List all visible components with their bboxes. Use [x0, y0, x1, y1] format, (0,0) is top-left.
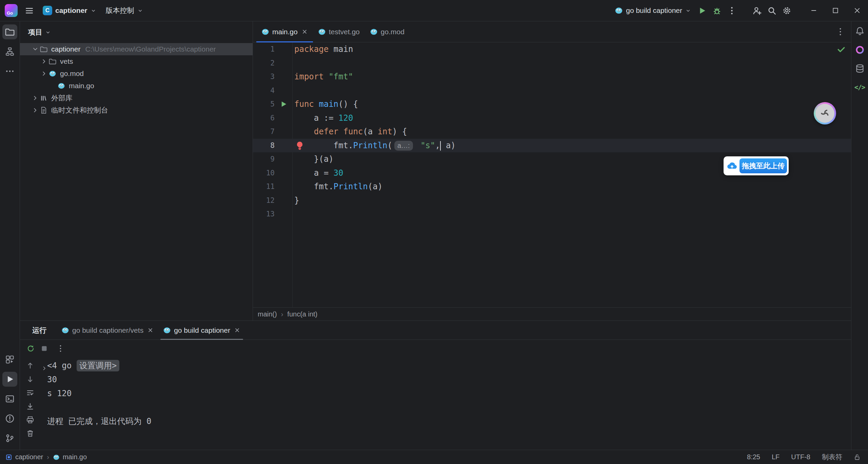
code-line-13[interactable]: 13	[253, 207, 851, 221]
code-line-3[interactable]: 3import "fmt"	[253, 70, 851, 84]
project-widget[interactable]: C captioner	[39, 3, 100, 18]
status-project[interactable]: captioner	[15, 453, 43, 461]
code-line-4[interactable]: 4	[253, 84, 851, 98]
console-folded-chip[interactable]: 设置调用>	[77, 360, 119, 371]
upload-button[interactable]: 拖拽至此上传	[739, 158, 787, 173]
ai-assistant-button[interactable]	[853, 43, 867, 57]
run-tab-go-build-captioner[interactable]: go build captioner	[158, 321, 245, 340]
line-number[interactable]: 13	[253, 207, 275, 221]
run-main-gutter-icon[interactable]	[275, 97, 292, 111]
status-line-separator[interactable]: LF	[772, 453, 780, 461]
tool-window-version-control-button[interactable]	[2, 431, 17, 446]
minimize-button[interactable]	[803, 0, 825, 21]
breadcrumb-item[interactable]: main()	[258, 310, 277, 318]
search-everywhere-button[interactable]	[764, 3, 779, 18]
line-number[interactable]: 10	[253, 166, 275, 180]
chevron-down-icon[interactable]	[31, 43, 39, 55]
close-tab-icon[interactable]	[301, 28, 308, 35]
code-with-me-button[interactable]	[749, 3, 764, 18]
settings-button[interactable]	[779, 3, 794, 18]
status-file[interactable]: main.go	[63, 453, 87, 461]
code-editor[interactable]: 1package main23import "fmt"45func main()…	[253, 42, 851, 307]
tool-window-services-button[interactable]	[2, 352, 17, 367]
line-number[interactable]: 2	[253, 56, 275, 70]
code-line-11[interactable]: 11 fmt.Println(a)	[253, 180, 851, 194]
status-indent[interactable]: 制表符	[822, 452, 842, 462]
more-actions-button[interactable]	[724, 3, 739, 18]
vcs-widget[interactable]: 版本控制	[102, 3, 146, 18]
line-number[interactable]: 7	[253, 125, 275, 139]
editor-tab-main.go[interactable]: main.go	[256, 21, 313, 42]
scroll-to-end-button[interactable]	[24, 400, 36, 412]
clear-console-button[interactable]	[24, 427, 36, 440]
code-line-2[interactable]: 2	[253, 56, 851, 70]
soft-wrap-button[interactable]	[24, 387, 36, 399]
tool-window-project-button[interactable]	[2, 24, 17, 39]
tree-item-item[interactable]: 外部库	[20, 92, 253, 104]
run-tab-go-build-captioner-vets[interactable]: go build captioner/vets	[57, 321, 158, 340]
tree-item-go.mod[interactable]: go.mod	[20, 67, 253, 80]
close-button[interactable]	[846, 0, 868, 21]
fold-expand-icon[interactable]	[42, 362, 47, 367]
code-line-7[interactable]: 7 defer func(a int) {	[253, 125, 851, 139]
code-line-6[interactable]: 6 a := 120	[253, 111, 851, 125]
inspections-ok-icon[interactable]	[836, 44, 846, 54]
tree-item-item[interactable]: 临时文件和控制台	[20, 104, 253, 116]
tool-window-run-button[interactable]	[2, 372, 17, 387]
line-number[interactable]: 12	[253, 194, 275, 208]
status-encoding[interactable]: UTF-8	[791, 453, 810, 461]
stop-button[interactable]	[37, 342, 51, 355]
main-menu-button[interactable]	[22, 3, 37, 18]
notifications-button[interactable]	[853, 24, 867, 38]
line-number[interactable]: 8	[253, 139, 275, 153]
line-number[interactable]: 3	[253, 70, 275, 84]
code-line-12[interactable]: 12}	[253, 194, 851, 208]
up-stacktrace-button[interactable]	[24, 360, 36, 372]
line-number[interactable]: 9	[253, 152, 275, 166]
run-button[interactable]	[694, 3, 709, 18]
code-line-8[interactable]: 8 fmt.Println(a…: "s", a)	[253, 139, 851, 153]
tool-window-problems-button[interactable]	[2, 411, 17, 426]
database-button[interactable]	[853, 62, 867, 75]
close-tab-icon[interactable]	[147, 327, 154, 333]
editor-tab-go.mod[interactable]: go.mod	[365, 21, 410, 42]
endpoints-button[interactable]: </>	[853, 80, 867, 94]
readonly-lock-icon[interactable]	[854, 454, 861, 461]
line-number[interactable]: 1	[253, 42, 275, 56]
line-number[interactable]: 6	[253, 111, 275, 125]
intention-bulb-icon[interactable]	[295, 141, 304, 150]
editor-tab-testvet.go[interactable]: testvet.go	[313, 21, 365, 42]
code-line-5[interactable]: 5func main() {	[253, 97, 851, 111]
status-caret-position[interactable]: 8:25	[747, 453, 760, 461]
line-number[interactable]: 4	[253, 84, 275, 98]
tree-item-captioner[interactable]: captionerC:\Users\meow\GolandProjects\ca…	[20, 43, 253, 55]
drag-upload-overlay[interactable]: 拖拽至此上传	[724, 156, 789, 175]
floating-assistant-ball[interactable]	[814, 102, 836, 124]
project-panel-header[interactable]: 项目	[20, 21, 253, 43]
line-number[interactable]: 5	[253, 97, 275, 111]
close-tab-icon[interactable]	[234, 327, 240, 333]
code-line-1[interactable]: 1package main	[253, 42, 851, 56]
chevron-right-icon[interactable]	[40, 55, 48, 67]
terminal-icon	[5, 394, 15, 404]
tree-item-main.go[interactable]: main.go	[20, 80, 253, 92]
search-icon	[767, 6, 776, 15]
down-stacktrace-button[interactable]	[24, 373, 36, 385]
run-config-selector[interactable]: go build captioner	[611, 3, 694, 18]
chevron-right-icon[interactable]	[31, 92, 39, 104]
rerun-button[interactable]	[24, 342, 37, 355]
line-number[interactable]: 11	[253, 180, 275, 194]
maximize-button[interactable]	[825, 0, 846, 21]
run-more-options-button[interactable]	[54, 342, 67, 355]
editor-options-button[interactable]	[833, 24, 848, 39]
tree-item-vets[interactable]: vets	[20, 55, 253, 67]
tool-window-structure-button[interactable]	[2, 44, 17, 59]
console-output[interactable]: <4 go 设置调用>30s 120 进程 已完成，退出代码为 0	[40, 357, 851, 450]
tool-window-terminal-button[interactable]	[2, 391, 17, 406]
breadcrumb-item[interactable]: func(a int)	[287, 310, 317, 318]
print-console-button[interactable]	[24, 414, 36, 426]
debug-button[interactable]	[709, 3, 724, 18]
chevron-right-icon[interactable]	[40, 67, 48, 80]
more-tool-windows-button[interactable]	[2, 64, 17, 79]
chevron-right-icon[interactable]	[31, 104, 39, 116]
